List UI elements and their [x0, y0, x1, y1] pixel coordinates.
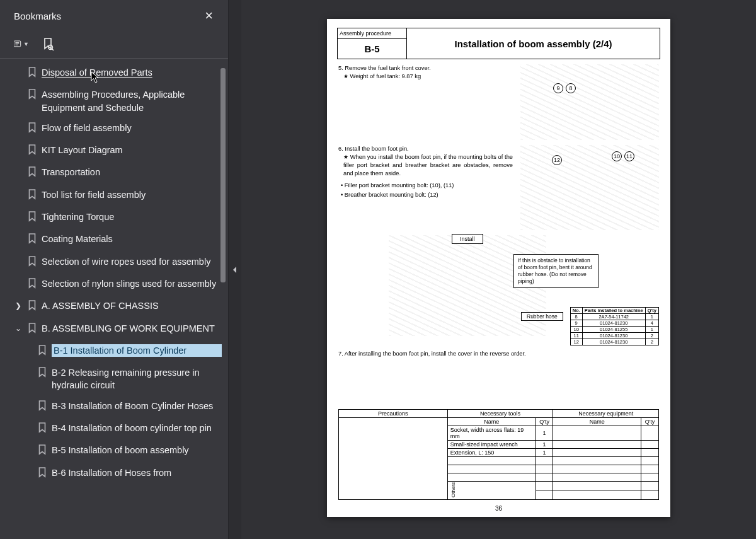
bookmark-icon — [28, 89, 37, 103]
bookmark-icon — [28, 189, 37, 203]
bookmark-item[interactable]: Tightening Torque — [0, 207, 228, 229]
bookmark-item[interactable]: Selection of wire ropes used for assembl… — [0, 252, 228, 274]
bookmark-item[interactable]: Coating Materials — [0, 229, 228, 251]
bookmark-icon — [28, 122, 37, 136]
bookmark-label: Selection of wire ropes used for assembl… — [42, 255, 222, 268]
bookmark-label: B. ASSEMBLING OF WORK EQUIPMENT — [42, 322, 222, 335]
bookmark-label: Selection of nylon slings used for assem… — [42, 277, 222, 290]
bookmark-item[interactable]: B-5 Installation of boom assembly — [0, 440, 228, 462]
page-number: 36 — [337, 505, 660, 512]
bookmark-item[interactable]: ❯A. ASSEMBLY OF CHASSIS — [0, 296, 228, 318]
bookmarks-sidebar: Bookmarks × ▼ Disposal of Removed PartsA… — [0, 0, 229, 539]
bookmark-item[interactable]: Selection of nylon slings used for assem… — [0, 274, 228, 296]
bookmark-icon — [38, 467, 47, 481]
page-header-table: Assembly procedure B-5 Installation of b… — [337, 28, 660, 59]
bookmark-item[interactable]: Assembling Procedures, Applicable Equipm… — [0, 84, 228, 118]
bookmark-label: B-1 Installation of Boom Cylinder — [52, 344, 222, 357]
find-bookmark-icon[interactable] — [40, 37, 55, 52]
bookmark-item[interactable]: B-1 Installation of Boom Cylinder — [0, 340, 228, 362]
bookmark-label: B-3 Installation of Boom Cylinder Hoses — [52, 400, 222, 412]
pdf-page: Assembly procedure B-5 Installation of b… — [327, 19, 670, 517]
bookmark-label: Tightening Torque — [42, 211, 222, 223]
expand-icon[interactable]: ❯ — [14, 301, 23, 311]
page-body: 5. Remove the fuel tank front cover. ★ W… — [337, 59, 660, 502]
bookmark-item[interactable]: KIT Layout Diagram — [0, 140, 228, 162]
step5-figure: 9 8 — [520, 64, 659, 140]
bookmark-item[interactable]: B-3 Installation of Boom Cylinder Hoses — [0, 396, 228, 418]
step6-sub: ★ When you install the boom foot pin, if… — [338, 153, 515, 178]
callout-9: 9 — [553, 83, 563, 93]
bookmark-icon — [28, 256, 37, 270]
caret-down-icon: ▼ — [23, 41, 29, 47]
bookmark-label: Flow of field assembly — [42, 122, 222, 134]
bookmark-item[interactable]: Tool list for field assembly — [0, 185, 228, 207]
bookmark-label: Coating Materials — [42, 233, 222, 245]
bookmark-icon — [28, 278, 37, 292]
callout-11: 11 — [624, 151, 634, 161]
step6-b1: • Filler port bracket mounting bolt: (10… — [338, 182, 515, 190]
bookmark-label: B-2 Releasing remaining pressure in hydr… — [52, 366, 222, 392]
rubber-hose-label: Rubber hose — [521, 312, 563, 321]
parts-table: No.Parts installed to machineQ'ty82A7-54… — [570, 307, 659, 345]
callout-8: 8 — [566, 83, 576, 93]
close-icon[interactable]: × — [201, 6, 217, 25]
page-title: Installation of boom assembly (2/4) — [407, 28, 660, 59]
bookmark-item[interactable]: B-2 Releasing remaining pressure in hydr… — [0, 362, 228, 396]
bookmark-label: B-6 Installation of Hoses from — [52, 467, 222, 479]
bookmark-item[interactable]: Transportation — [0, 162, 228, 184]
step6-b2: • Breather bracket mounting bolt: (12) — [338, 191, 515, 199]
step7-text: 7. After installing the boom foot pin, i… — [338, 351, 659, 357]
document-viewer[interactable]: Assembly procedure B-5 Installation of b… — [241, 0, 756, 539]
options-icon[interactable]: ▼ — [14, 37, 29, 52]
sidebar-header: Bookmarks × — [0, 0, 228, 33]
procedure-label: Assembly procedure — [338, 28, 406, 39]
note-box: If this is obstacle to installation of b… — [513, 254, 598, 288]
bookmark-icon — [28, 144, 37, 158]
sidebar-toolbar: ▼ — [0, 33, 228, 59]
bookmark-icon — [38, 444, 47, 458]
bookmark-label: KIT Layout Diagram — [42, 144, 222, 156]
bookmark-item[interactable]: Flow of field assembly — [0, 118, 228, 140]
bookmark-label: Tool list for field assembly — [42, 188, 222, 201]
bookmark-label: A. ASSEMBLY OF CHASSIS — [42, 299, 222, 312]
collapse-sidebar-handle[interactable] — [229, 0, 241, 539]
bookmark-icon — [28, 300, 37, 314]
bookmark-label: Assembling Procedures, Applicable Equipm… — [42, 88, 222, 114]
step6-text: 6. Install the boom foot pin. — [338, 146, 409, 152]
bookmark-item[interactable]: Disposal of Removed Parts — [0, 62, 228, 84]
bookmark-icon — [38, 400, 47, 414]
bookmark-icon — [38, 422, 47, 436]
step5-text: 5. Remove the fuel tank front cover. — [338, 65, 431, 71]
install-label: Install — [452, 234, 483, 244]
bookmark-icon — [28, 211, 37, 225]
bookmark-icon — [38, 367, 47, 381]
scrollbar-thumb[interactable] — [220, 68, 226, 282]
step-5: 5. Remove the fuel tank front cover. ★ W… — [338, 64, 659, 140]
step-6: 6. Install the boom foot pin. ★ When you… — [338, 145, 659, 230]
bookmark-icon — [28, 233, 37, 247]
bookmark-icon — [28, 67, 37, 81]
bookmark-icon — [38, 345, 47, 359]
bookmark-item[interactable]: B-4 Installation of boom cylinder top pi… — [0, 418, 228, 440]
bookmark-list[interactable]: Disposal of Removed PartsAssembling Proc… — [0, 59, 228, 539]
expand-icon[interactable]: ⌄ — [14, 323, 23, 334]
bookmark-icon — [28, 166, 37, 180]
procedure-code: B-5 — [338, 39, 406, 59]
step5-sub: ★ Weight of fuel tank: 9.87 kg — [338, 72, 515, 81]
install-figure-row: Install If this is obstacle to installat… — [338, 235, 659, 345]
bookmark-label: Transportation — [42, 166, 222, 178]
callout-10: 10 — [612, 151, 622, 161]
bookmark-item[interactable]: B-6 Installation of Hoses from — [0, 463, 228, 485]
bookmark-item[interactable]: ⌄B. ASSEMBLING OF WORK EQUIPMENT — [0, 318, 228, 340]
bookmark-label: Disposal of Removed Parts — [42, 66, 222, 79]
precautions-tools-table: PrecautionsNecessary toolsNecessary equi… — [338, 409, 659, 500]
bookmark-icon — [28, 323, 37, 337]
sidebar-title: Bookmarks — [14, 11, 61, 21]
bookmark-label: B-5 Installation of boom assembly — [52, 444, 222, 456]
svg-line-5 — [52, 49, 54, 51]
step6-figure: 12 10 11 — [520, 145, 659, 230]
callout-12: 12 — [552, 155, 562, 165]
bookmark-label: B-4 Installation of boom cylinder top pi… — [52, 422, 222, 434]
